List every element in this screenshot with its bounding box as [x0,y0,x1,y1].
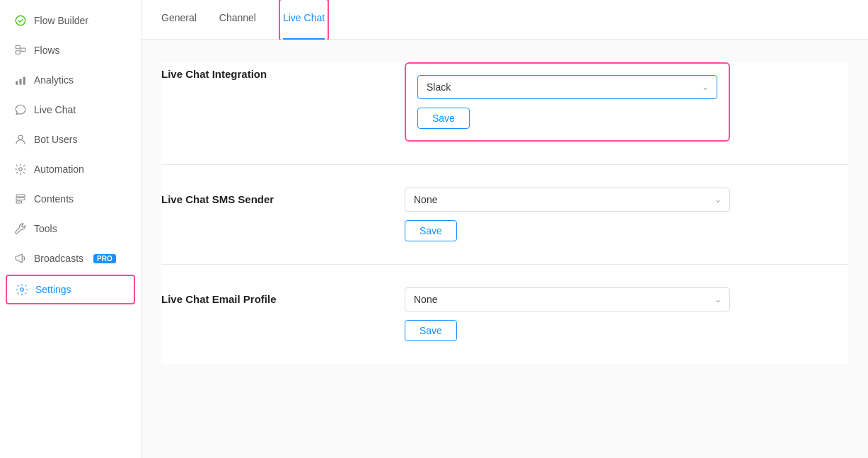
svg-rect-1 [16,45,20,49]
live-chat-integration-select-wrapper: None Slack Other ⌄ [417,75,717,99]
sidebar-item-flow-builder[interactable]: Flow Builder [0,6,141,35]
settings-icon [16,283,28,296]
tab-live-chat[interactable]: Live Chat [283,0,325,40]
tabs-bar: General Channel Live Chat [141,0,868,40]
live-chat-integration-row: Live Chat Integration None Slack Other ⌄… [161,62,848,142]
sidebar-item-tools[interactable]: Tools [0,214,141,244]
sidebar-item-flows[interactable]: Flows [0,35,141,65]
sidebar-item-settings[interactable]: Settings [7,276,134,303]
sidebar-item-broadcasts-label: Broadcasts [34,253,83,264]
svg-point-12 [21,288,24,292]
pro-badge: PRO [93,254,116,263]
svg-rect-6 [23,77,25,85]
live-chat-email-row: Live Chat Email Profile None ⌄ Save [161,287,848,341]
live-chat-sms-save-button[interactable]: Save [405,220,457,241]
live-chat-integration-label: Live Chat Integration [161,62,388,80]
sidebar-item-tools-label: Tools [34,223,57,234]
live-chat-integration-select[interactable]: None Slack Other [417,75,717,99]
live-chat-sms-label: Live Chat SMS Sender [161,188,388,205]
sidebar-item-bot-users[interactable]: Bot Users [0,125,141,154]
svg-rect-5 [20,79,22,85]
svg-rect-2 [16,51,20,55]
live-chat-sms-controls: None ⌄ Save [405,188,730,241]
live-chat-integration-section: Live Chat Integration None Slack Other ⌄… [161,62,848,165]
live-chat-sms-row: Live Chat SMS Sender None ⌄ Save [161,188,848,241]
sidebar-item-automation[interactable]: Automation [0,154,141,184]
svg-point-7 [18,135,23,139]
svg-rect-3 [21,48,25,52]
live-chat-sms-select-wrapper: None ⌄ [405,188,730,212]
tab-channel[interactable]: Channel [219,0,256,40]
live-chat-email-save-button[interactable]: Save [405,320,457,341]
svg-rect-11 [16,201,22,203]
broadcasts-icon [14,252,27,265]
svg-rect-4 [16,81,18,85]
sidebar-item-live-chat-label: Live Chat [34,104,76,115]
sidebar: Flow Builder Flows Analytics Live Chat B… [0,0,141,458]
live-chat-email-select-wrapper: None ⌄ [405,287,730,311]
live-chat-integration-save-button[interactable]: Save [417,108,470,129]
sidebar-item-contents[interactable]: Contents [0,184,141,214]
svg-point-0 [16,16,25,25]
sidebar-item-automation-label: Automation [34,164,84,175]
live-chat-integration-box: None Slack Other ⌄ Save [405,62,730,142]
sidebar-item-broadcasts[interactable]: Broadcasts PRO [0,244,141,273]
sidebar-item-analytics[interactable]: Analytics [0,65,141,95]
flows-icon [14,44,27,57]
sidebar-item-settings-label: Settings [35,284,71,295]
sidebar-item-analytics-label: Analytics [34,74,74,86]
settings-content: Live Chat Integration None Slack Other ⌄… [141,40,868,458]
automation-icon [14,163,27,176]
live-chat-email-select[interactable]: None [405,287,730,311]
bot-users-icon [14,133,27,146]
live-chat-email-section: Live Chat Email Profile None ⌄ Save [161,265,848,364]
svg-rect-9 [16,195,25,197]
flow-builder-icon [14,14,27,27]
live-chat-icon [14,103,27,116]
sidebar-item-contents-label: Contents [34,193,74,205]
live-chat-sms-select[interactable]: None [405,188,730,212]
svg-point-8 [19,168,23,171]
sidebar-item-flow-builder-label: Flow Builder [34,15,88,26]
tab-general[interactable]: General [161,0,197,40]
sidebar-item-live-chat[interactable]: Live Chat [0,95,141,125]
live-chat-email-label: Live Chat Email Profile [161,287,388,305]
svg-rect-10 [16,198,25,200]
live-chat-email-controls: None ⌄ Save [405,287,730,341]
sidebar-item-bot-users-label: Bot Users [34,134,77,145]
tools-icon [14,222,27,235]
contents-icon [14,193,27,205]
main-content: General Channel Live Chat Live Chat Inte… [141,0,868,458]
live-chat-sms-section: Live Chat SMS Sender None ⌄ Save [161,165,848,265]
sidebar-item-flows-label: Flows [34,45,60,56]
analytics-icon [14,74,27,86]
